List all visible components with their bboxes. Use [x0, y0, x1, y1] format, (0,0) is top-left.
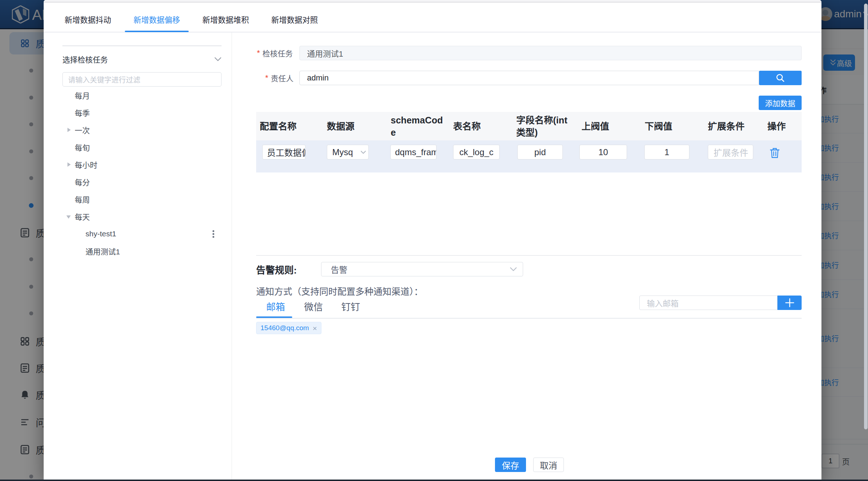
search-icon — [776, 73, 785, 83]
task-field-label: *检核任务 — [257, 46, 293, 60]
alarm-rule-label: 告警规则: — [256, 262, 297, 276]
task-tree: 每月 每季 一次 每旬 每小时 每分 每周 每天 shy-test1 通用测试1 — [62, 87, 222, 260]
tree-node-label: shy-test1 — [86, 229, 116, 238]
schema-code-input[interactable]: dqms_framework — [390, 145, 437, 159]
task-label-text: 检核任务 — [263, 48, 293, 58]
upper-threshold-input[interactable]: 10 — [579, 145, 627, 159]
column-header: schemaCod e — [383, 114, 447, 139]
channel-tab-dingtalk[interactable]: 钉钉 — [341, 299, 360, 313]
tree-node[interactable]: 每季 — [62, 104, 222, 121]
tree-filter-input[interactable]: 请输入关键字进行过滤 — [62, 72, 222, 87]
alarm-rule-select[interactable]: 告警 — [321, 262, 523, 276]
delete-row-icon[interactable] — [770, 148, 780, 158]
config-name-input[interactable]: 员工数据偏移 — [262, 145, 306, 159]
tree-node[interactable]: 每分 — [62, 173, 222, 191]
tree-node-label: 每旬 — [75, 142, 90, 153]
datasource-value: Mysql — [332, 147, 352, 157]
column-header: 操作 — [762, 120, 802, 132]
bottom-edge — [0, 480, 868, 481]
caret-down-icon[interactable] — [66, 215, 71, 219]
tree-node-label: 每月 — [75, 90, 90, 101]
caret-right-icon[interactable] — [67, 162, 71, 167]
task-field-input[interactable]: 通用测试1 — [299, 46, 802, 60]
tree-node[interactable]: 每月 — [62, 87, 222, 104]
table-name-input[interactable]: ck_log_c — [453, 145, 500, 159]
tree-node-label: 一次 — [75, 124, 90, 135]
tab-data-compare[interactable]: 新增数据对照 — [263, 9, 326, 32]
owner-search-button[interactable] — [759, 71, 802, 85]
lower-threshold-input[interactable]: 1 — [644, 145, 689, 159]
tree-node-label: 每周 — [75, 194, 90, 205]
tree-node-label: 通用测试1 — [86, 246, 120, 257]
column-header: 字段名称(int 类型) — [510, 114, 573, 139]
tree-node[interactable]: 每天 — [62, 208, 222, 225]
tree-node[interactable]: 每小时 — [62, 156, 222, 173]
chevron-down-icon — [510, 267, 517, 271]
kebab-menu-icon[interactable] — [212, 230, 214, 232]
column-header: 下阀值 — [636, 120, 699, 132]
email-placeholder: 输入邮箱 — [647, 297, 679, 309]
dialog-tabs: 新增数据抖动 新增数据偏移 新增数据堆积 新增数据对照 — [56, 9, 326, 32]
tab-data-offset[interactable]: 新增数据偏移 — [125, 9, 189, 32]
caret-right-icon[interactable] — [67, 128, 71, 132]
collapse-header[interactable]: 选择检核任务 — [62, 46, 222, 72]
dialog-top-edge — [44, 0, 821, 3]
save-button[interactable]: 保存 — [495, 458, 526, 472]
owner-field-label: *责任人 — [265, 71, 294, 85]
panel-title: 选择检核任务 — [62, 54, 108, 65]
email-tag-text: 15460@qq.com — [260, 324, 309, 332]
tree-node-label: 每天 — [75, 211, 90, 222]
dialog: 新增数据抖动 新增数据偏移 新增数据堆积 新增数据对照 选择检核任务 请输入关键… — [44, 0, 821, 480]
channel-tab-email[interactable]: 邮箱 — [266, 299, 285, 313]
cancel-button[interactable]: 取消 — [533, 458, 564, 472]
field-name-input[interactable]: pid — [517, 145, 563, 159]
ext-condition-input[interactable]: 扩展条件 — [708, 145, 753, 159]
column-header: 配置名称 — [256, 120, 320, 132]
task-value: 通用测试1 — [307, 47, 343, 59]
email-input[interactable]: 输入邮箱 — [639, 296, 777, 310]
column-header: 扩展条件 — [699, 120, 762, 132]
config-table: 配置名称 数据源 schemaCod e 表名称 字段名称(int 类型) 上阀… — [256, 112, 802, 172]
tree-node[interactable]: shy-test1 — [62, 225, 222, 242]
channel-tab-wechat[interactable]: 微信 — [304, 299, 323, 313]
tree-node-label: 每分 — [75, 176, 90, 187]
screen: AP admin 质 质 质 质 — [0, 0, 868, 481]
filter-placeholder: 请输入关键字进行过滤 — [68, 74, 140, 85]
alarm-value: 告警 — [331, 263, 347, 275]
chevron-down-icon — [214, 57, 222, 61]
chevron-down-icon — [360, 150, 366, 154]
add-data-button[interactable]: 添加数据 — [759, 96, 802, 110]
tree-node[interactable]: 通用测试1 — [62, 242, 222, 260]
notify-method-label: 通知方式（支持同时配置多种通知渠道）： — [256, 284, 423, 298]
channel-tab-divider — [256, 318, 802, 319]
tree-node-label: 每小时 — [75, 159, 97, 170]
config-table-row: 员工数据偏移 Mysql dqms_framework ck_log_c pid… — [256, 140, 802, 172]
add-email-button[interactable] — [777, 296, 802, 310]
tab-data-jitter[interactable]: 新增数据抖动 — [56, 9, 120, 32]
tree-node[interactable]: 每旬 — [62, 139, 222, 156]
owner-value: admin — [307, 73, 329, 83]
tree-node[interactable]: 一次 — [62, 121, 222, 139]
tag-close-icon[interactable]: × — [312, 324, 317, 332]
email-tag: 15460@qq.com× — [256, 322, 321, 334]
section-divider — [256, 255, 802, 256]
owner-label-text: 责任人 — [271, 73, 294, 83]
scrollbar-thumb[interactable] — [864, 4, 868, 429]
required-asterisk: * — [265, 73, 268, 83]
task-panel: 选择检核任务 请输入关键字进行过滤 每月 每季 一次 每旬 每小时 每分 每周 … — [44, 32, 232, 480]
column-header: 上阀值 — [573, 120, 636, 132]
owner-field-input[interactable]: admin — [299, 71, 759, 85]
column-header: 表名称 — [447, 120, 510, 132]
column-header: 数据源 — [320, 120, 383, 132]
tab-data-accumulation[interactable]: 新增数据堆积 — [194, 9, 258, 32]
tree-node[interactable]: 每周 — [62, 191, 222, 208]
datasource-select[interactable]: Mysql — [327, 145, 369, 159]
plus-icon — [785, 298, 794, 307]
config-table-header: 配置名称 数据源 schemaCod e 表名称 字段名称(int 类型) 上阀… — [256, 112, 802, 140]
required-asterisk: * — [257, 48, 260, 58]
tree-node-label: 每季 — [75, 107, 90, 118]
